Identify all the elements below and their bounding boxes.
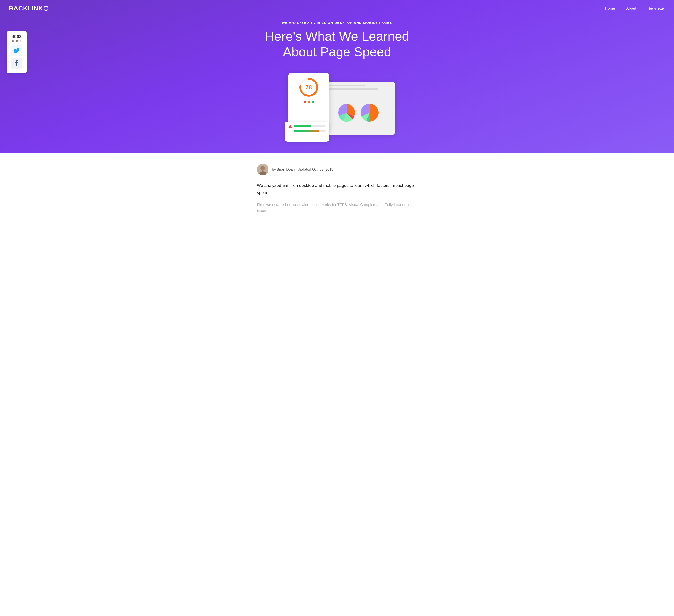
- desktop-dashboard-card: [321, 82, 395, 135]
- article-section: by Brian Dean · Updated Oct. 08, 2019 We…: [250, 153, 424, 223]
- pie-chart-2: [360, 103, 380, 123]
- status-green: [312, 101, 314, 103]
- status-indicators: [304, 101, 314, 103]
- progress-row-2: [288, 130, 326, 132]
- progress-track-2: [294, 130, 326, 132]
- progress-card: [285, 122, 329, 142]
- dashboard-charts: [325, 94, 392, 132]
- dash-line-1: [325, 85, 365, 87]
- hero-subtitle: WE ANALYZED 5.2 MILLION DESKTOP AND MOBI…: [9, 21, 665, 24]
- nav-links: Home About Newsletter: [605, 6, 665, 11]
- progress-track-1: [294, 125, 326, 127]
- nav-about[interactable]: About: [626, 6, 636, 10]
- share-count: 4002: [10, 34, 24, 39]
- nav-home[interactable]: Home: [605, 6, 615, 10]
- facebook-icon: [15, 60, 18, 66]
- twitter-icon: [14, 48, 20, 53]
- pie-svg-1: [337, 103, 357, 123]
- status-red: [304, 101, 306, 103]
- article-teaser: First, we established worldwide benchmar…: [257, 202, 417, 215]
- hero-section: BACKLINK Home About Newsletter 4002 shar…: [0, 0, 674, 153]
- share-label: shares: [10, 39, 24, 42]
- site-logo[interactable]: BACKLINK: [9, 5, 48, 12]
- status-orange: [308, 101, 310, 103]
- pie-svg-2: [360, 103, 380, 123]
- dash-line-2: [325, 88, 378, 90]
- article-intro: We analyzed 5 million desktop and mobile…: [257, 182, 417, 196]
- main-nav: BACKLINK Home About Newsletter: [9, 0, 665, 19]
- dashboard-lines: [325, 85, 392, 90]
- speedometer: 78: [298, 76, 320, 99]
- author-avatar: [257, 164, 268, 175]
- logo-ring-icon: [43, 6, 48, 11]
- nav-newsletter[interactable]: Newsletter: [647, 6, 665, 10]
- svg-point-5: [260, 166, 265, 171]
- author-meta: by Brian Dean · Updated Oct. 08, 2019: [272, 168, 333, 172]
- hero-content: WE ANALYZED 5.2 MILLION DESKTOP AND MOBI…: [9, 19, 665, 139]
- pie-chart-1: [337, 103, 357, 123]
- author-row: by Brian Dean · Updated Oct. 08, 2019: [257, 164, 417, 175]
- avatar-svg: [257, 164, 268, 175]
- share-widget: 4002 shares: [7, 31, 27, 73]
- progress-fill-1: [294, 125, 311, 127]
- dashboard-illustration: 78: [9, 68, 665, 139]
- triangle-icon: [288, 125, 292, 128]
- twitter-share-button[interactable]: [11, 45, 22, 56]
- progress-fill-2: [294, 130, 319, 132]
- facebook-share-button[interactable]: [11, 57, 22, 69]
- hero-title: Here's What We Learned About Page Speed: [259, 28, 415, 59]
- progress-row-1: [288, 125, 326, 128]
- speed-score: 78: [306, 84, 312, 91]
